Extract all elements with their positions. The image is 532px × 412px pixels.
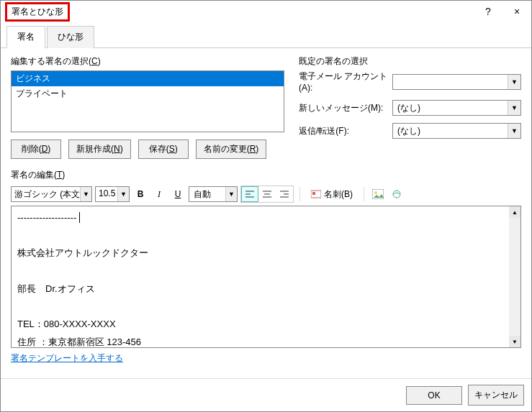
dialog-footer: OK キャンセル [1,378,531,411]
help-button[interactable]: ? [474,1,502,22]
align-right-icon [279,190,289,198]
chevron-down-icon: ▼ [508,101,520,115]
edit-signature-label: 署名の編集(T) [11,169,521,181]
link-icon [391,189,402,199]
get-templates-link[interactable]: 署名テンプレートを入手する [11,352,123,365]
signatures-dialog: 署名とひな形 ? × 署名 ひな形 編集する署名の選択(C) ビジネス プライベ… [0,0,532,412]
align-right-button[interactable] [276,186,293,202]
align-center-icon [262,190,272,198]
font-combo[interactable]: 游ゴシック (本文の ▼ [11,186,92,202]
align-left-button[interactable] [241,186,258,202]
picture-icon [372,189,384,199]
underline-button[interactable]: U [170,186,186,202]
insert-hyperlink-button[interactable] [389,186,405,202]
rename-button[interactable]: 名前の変更(R) [196,139,267,159]
signature-list[interactable]: ビジネス プライベート [11,70,284,132]
card-icon [311,190,321,198]
list-item[interactable]: プライベート [12,86,284,101]
bold-button[interactable]: B [132,186,148,202]
new-message-label: 新しいメッセージ(M): [299,102,392,114]
select-signature-label: 編集する署名の選択(C) [11,55,284,68]
reply-forward-label: 返信/転送(F): [299,125,392,137]
align-center-button[interactable] [258,186,276,202]
save-button[interactable]: 保存(S) [138,139,189,159]
reply-forward-combo[interactable]: (なし) ▼ [392,123,521,139]
align-left-icon [245,190,255,198]
delete-button[interactable]: 削除(D) [11,139,61,159]
chevron-down-icon: ▼ [80,187,91,201]
email-account-label: 電子メール アカウント(A): [299,70,392,93]
chevron-down-icon: ▼ [225,187,237,201]
ok-button[interactable]: OK [406,386,462,405]
scroll-down-icon: ▼ [509,336,520,347]
new-button[interactable]: 新規作成(N) [68,139,131,159]
cancel-button[interactable]: キャンセル [468,385,524,406]
titlebar: 署名とひな形 ? × [1,1,531,22]
chevron-down-icon: ▼ [117,187,129,201]
svg-rect-10 [312,192,315,195]
editor-scrollbar[interactable]: ▲ ▼ [509,206,520,347]
close-button[interactable]: × [502,1,531,22]
dialog-title: 署名とひな形 [5,2,70,22]
signature-editor[interactable]: ------------------- 株式会社アウトルックドクター 部長 Dr… [12,206,509,347]
chevron-down-icon: ▼ [508,124,520,138]
default-signature-header: 既定の署名の選択 [299,55,521,68]
editor-toolbar: 游ゴシック (本文の ▼ 10.5 ▼ B I U 自動 ▼ [11,186,521,203]
tab-signature[interactable]: 署名 [6,26,45,48]
tab-bar: 署名 ひな形 [1,25,531,48]
italic-button[interactable]: I [151,186,167,202]
new-message-combo[interactable]: (なし) ▼ [392,100,521,116]
insert-picture-button[interactable] [370,186,386,202]
chevron-down-icon: ▼ [508,75,520,89]
svg-point-12 [374,191,377,194]
size-combo[interactable]: 10.5 ▼ [95,186,130,202]
tab-stationery[interactable]: ひな形 [47,26,94,48]
list-item[interactable]: ビジネス [12,71,284,86]
font-color-combo[interactable]: 自動 ▼ [189,186,238,202]
email-account-combo[interactable]: ▼ [392,74,521,90]
scroll-up-icon: ▲ [509,206,520,218]
business-card-button[interactable]: 名刺(B) [306,186,358,203]
